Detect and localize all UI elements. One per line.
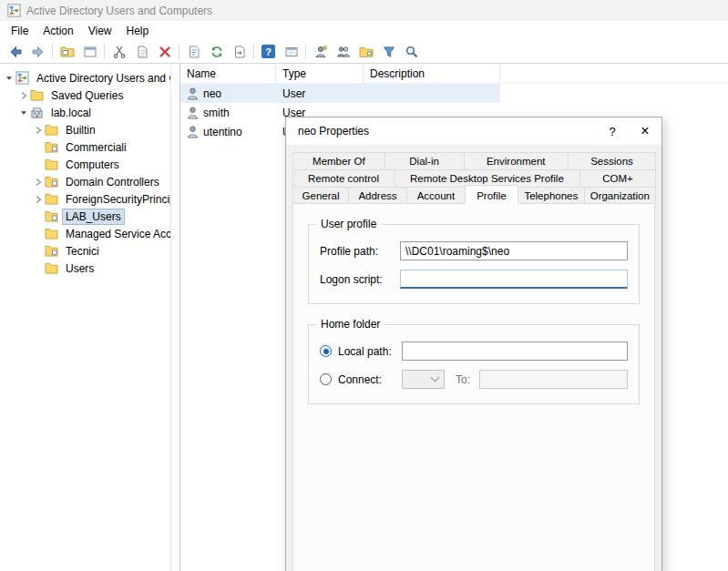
copy-icon[interactable] <box>130 41 153 62</box>
container-folder-icon <box>45 228 61 240</box>
drive-letter-dropdown <box>402 370 445 389</box>
forward-icon[interactable] <box>26 41 49 62</box>
expand-chevron-icon[interactable] <box>32 195 45 204</box>
find-icon[interactable] <box>400 41 423 62</box>
local-path-row: Local path: <box>320 342 628 361</box>
tree-item-label: LAB_Users <box>62 209 125 225</box>
list-row-neo[interactable]: neo User <box>180 84 500 103</box>
chevron-down-icon <box>431 373 440 382</box>
container-folder-icon <box>45 124 61 136</box>
description-bar-icon[interactable] <box>280 41 302 62</box>
new-group-icon[interactable] <box>332 41 354 62</box>
tab-member-of[interactable]: Member Of <box>292 152 385 170</box>
column-header-label: Name <box>187 67 216 80</box>
logon-script-input[interactable] <box>400 270 628 289</box>
tree-item-tecnici[interactable]: Tecnici <box>0 242 179 260</box>
tree-item-root[interactable]: Active Directory Users and Computers <box>0 69 179 87</box>
expand-chevron-icon[interactable] <box>32 126 45 135</box>
name-cell: neo <box>180 87 276 100</box>
dialog-close-button[interactable]: × <box>629 117 661 145</box>
delete-icon[interactable] <box>153 41 176 62</box>
refresh-icon[interactable] <box>205 41 228 62</box>
toolbar-separator <box>179 44 179 59</box>
logon-script-row: Logon script: <box>320 270 628 289</box>
profile-path-row: Profile path: <box>320 241 628 260</box>
folder-icon <box>30 89 46 101</box>
column-header-type[interactable]: Type <box>276 64 364 83</box>
tree-item-label: Builtin <box>62 122 99 138</box>
tree-item-label: Saved Queries <box>47 87 127 104</box>
tree-item-lab-local[interactable]: lab.local <box>0 104 179 121</box>
column-header-description[interactable]: Description <box>364 64 500 83</box>
tab-profile[interactable]: Profile <box>465 185 518 205</box>
properties-icon[interactable] <box>182 41 205 62</box>
new-user-icon[interactable] <box>309 41 332 62</box>
local-path-label: Local path: <box>338 345 402 358</box>
tab-account[interactable]: Account <box>406 187 466 205</box>
menu-file[interactable]: File <box>4 22 36 40</box>
home-folder-groupbox: Home folder Local path: Connect: To: <box>308 324 640 404</box>
menu-view[interactable]: View <box>81 22 119 40</box>
groupbox-legend: Home folder <box>316 318 385 331</box>
tab-remote-control[interactable]: Remote control <box>292 169 395 188</box>
directory-root-icon <box>15 71 32 85</box>
user-icon <box>187 126 199 138</box>
tab-telephones[interactable]: Telephones <box>518 187 585 205</box>
tree-item-foreign-security-principals[interactable]: ForeignSecurityPrincipals <box>0 190 179 208</box>
connect-radio[interactable] <box>320 373 332 385</box>
new-ou-icon[interactable] <box>354 41 377 62</box>
toolbar-separator <box>305 44 306 59</box>
help-icon[interactable]: ? <box>257 41 280 62</box>
connect-row: Connect: To: <box>320 370 628 389</box>
tree-item-builtin[interactable]: Builtin <box>0 121 179 138</box>
ou-folder-icon <box>45 176 61 188</box>
tree-item-saved-queries[interactable]: Saved Queries <box>0 87 179 104</box>
properties-window-icon[interactable] <box>78 41 101 62</box>
tab-com-plus[interactable]: COM+ <box>579 169 656 188</box>
tree-item-label: Commerciali <box>62 139 130 156</box>
back-icon[interactable] <box>4 41 26 62</box>
expand-chevron-icon[interactable] <box>17 91 30 100</box>
collapse-chevron-icon[interactable] <box>17 108 30 117</box>
menu-help[interactable]: Help <box>119 22 157 40</box>
tree-item-computers[interactable]: Computers <box>0 156 179 173</box>
tree-item-users[interactable]: Users <box>0 260 179 277</box>
column-header-label: Description <box>370 67 425 80</box>
tree-item-lab-users[interactable]: LAB_Users <box>0 208 179 225</box>
tab-organization[interactable]: Organization <box>584 187 656 205</box>
tab-address[interactable]: Address <box>348 187 407 205</box>
tree-item-commerciali[interactable]: Commerciali <box>0 138 179 156</box>
window-titlebar: Active Directory Users and Computers <box>0 0 728 21</box>
profile-path-input[interactable] <box>400 241 628 260</box>
neo-properties-dialog: neo Properties ? × Member Of Dial-in Env… <box>285 117 662 571</box>
tab-dial-in[interactable]: Dial-in <box>385 152 465 170</box>
tab-sessions[interactable]: Sessions <box>568 152 656 170</box>
filter-icon[interactable] <box>377 41 400 62</box>
type-cell: User <box>276 87 364 100</box>
container-folder-icon <box>45 262 61 274</box>
dialog-title: neo Properties <box>298 125 369 138</box>
tree-item-domain-controllers[interactable]: Domain Controllers <box>0 173 179 190</box>
menu-action[interactable]: Action <box>36 22 80 40</box>
cell-text: utentino <box>203 126 242 138</box>
dialog-help-button[interactable]: ? <box>596 117 629 145</box>
export-list-icon[interactable] <box>228 41 251 62</box>
local-path-input[interactable] <box>402 342 628 361</box>
local-path-radio[interactable] <box>320 345 332 357</box>
toolbar-separator <box>52 44 53 59</box>
tree-scrollbar[interactable] <box>170 64 179 571</box>
dialog-controls: ? × <box>596 117 661 145</box>
show-console-tree-icon[interactable] <box>56 41 78 62</box>
cut-icon[interactable] <box>108 41 130 62</box>
app-icon <box>7 4 21 17</box>
tree-item-label: ForeignSecurityPrincipals <box>62 191 179 208</box>
console-tree-pane: Active Directory Users and Computers Sav… <box>0 64 180 571</box>
ou-folder-icon <box>45 245 61 257</box>
column-header-name[interactable]: Name <box>180 64 276 83</box>
toolbar-separator <box>253 44 254 59</box>
expand-chevron-icon[interactable] <box>32 178 45 187</box>
collapse-chevron-icon[interactable] <box>3 74 15 83</box>
tab-general[interactable]: General <box>292 187 349 205</box>
tree-item-managed-service-accounts[interactable]: Managed Service Accounts <box>0 225 179 242</box>
tab-environment[interactable]: Environment <box>464 152 569 170</box>
